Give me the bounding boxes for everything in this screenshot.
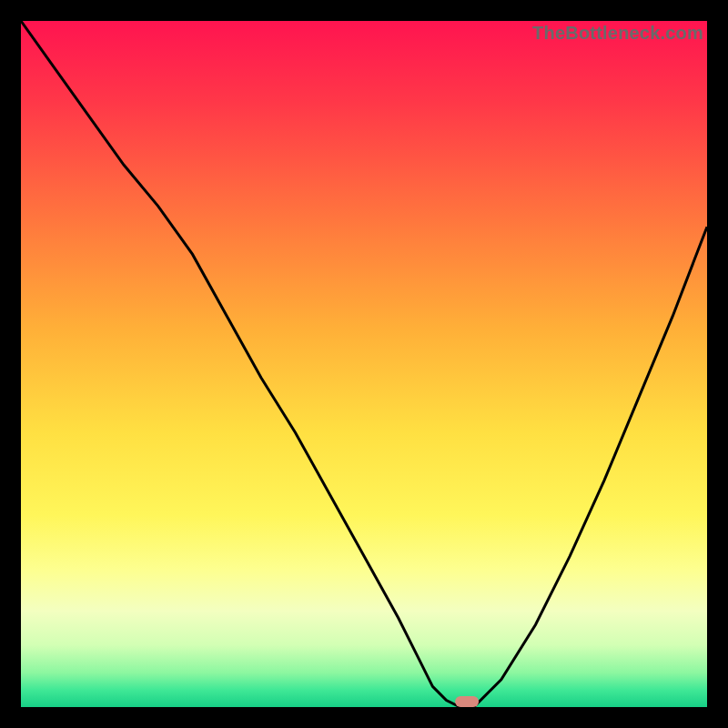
bottleneck-chart — [21, 21, 707, 707]
chart-plot-area: TheBottleneck.com — [21, 21, 707, 707]
optimal-point-marker-icon — [455, 696, 479, 707]
chart-frame: TheBottleneck.com — [0, 0, 728, 728]
gradient-background — [21, 21, 707, 707]
